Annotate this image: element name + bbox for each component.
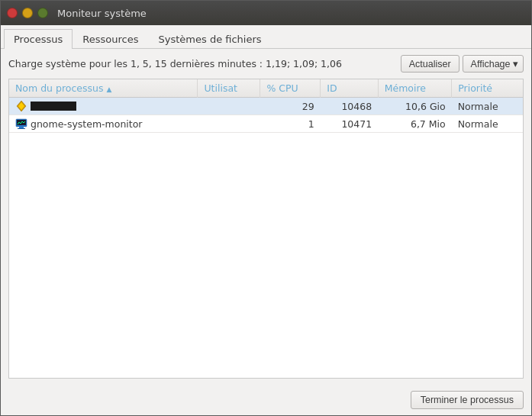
process-utilisat-2 [198, 115, 260, 133]
process-utilisat-1 [198, 98, 260, 115]
chevron-down-icon: ▾ [513, 59, 518, 69]
process-priority-2: Normale [452, 115, 523, 133]
minimize-button[interactable] [22, 8, 33, 18]
col-header-id[interactable]: ID [321, 79, 378, 98]
col-header-cpu[interactable]: % CPU [260, 79, 321, 98]
table-row[interactable]: gnome-system-monitor 1 10471 6,7 Mio Nor… [9, 115, 523, 133]
diamond-icon [15, 100, 27, 112]
main-content: Charge système pour les 1, 5, 15 dernièr… [1, 49, 531, 385]
process-memory-1: 10,6 Gio [378, 98, 452, 115]
main-window: Moniteur système Processus Ressources Sy… [0, 0, 532, 416]
col-header-memory[interactable]: Mémoire [378, 79, 452, 98]
tab-processus[interactable]: Processus [4, 29, 73, 49]
process-name-cell [9, 98, 198, 115]
process-name-cell-2: gnome-system-monitor [9, 115, 198, 133]
close-button[interactable] [7, 8, 18, 18]
refresh-button[interactable]: Actualiser [401, 55, 459, 73]
status-text: Charge système pour les 1, 5, 15 dernièr… [8, 58, 342, 69]
terminate-process-button[interactable]: Terminer le processus [411, 391, 524, 409]
col-header-utilisat[interactable]: Utilisat [198, 79, 260, 98]
tab-ressources[interactable]: Ressources [73, 29, 148, 49]
process-memory-2: 6,7 Mio [378, 115, 452, 133]
table-header-row: Nom du processus Utilisat % CPU ID Mémoi [9, 79, 523, 98]
process-priority-1: Normale [452, 98, 523, 115]
footer: Terminer le processus [1, 385, 531, 415]
window-title: Moniteur système [57, 8, 147, 19]
gnome-monitor-icon [15, 118, 27, 130]
maximize-button[interactable] [37, 8, 48, 18]
tabs-bar: Processus Ressources Systèmes de fichier… [1, 25, 531, 49]
process-cpu-1: 29 [260, 98, 321, 115]
process-table-container: Nom du processus Utilisat % CPU ID Mémoi [8, 79, 524, 379]
display-button[interactable]: Affichage ▾ [463, 55, 524, 73]
redacted-process-name [31, 102, 76, 111]
process-cpu-2: 1 [260, 115, 321, 133]
process-table: Nom du processus Utilisat % CPU ID Mémoi [9, 79, 523, 133]
process-name-2: gnome-system-monitor [31, 118, 143, 130]
svg-rect-4 [19, 127, 24, 128]
process-id-2: 10471 [321, 115, 378, 133]
tab-systemes[interactable]: Systèmes de fichiers [149, 29, 272, 49]
titlebar: Moniteur système [1, 1, 531, 25]
status-buttons: Actualiser Affichage ▾ [401, 55, 524, 73]
process-id-1: 10468 [321, 98, 378, 115]
svg-rect-5 [18, 128, 25, 129]
status-bar: Charge système pour les 1, 5, 15 dernièr… [8, 55, 524, 73]
col-header-name[interactable]: Nom du processus [9, 79, 198, 98]
col-header-priority[interactable]: Priorité [452, 79, 523, 98]
table-row[interactable]: 29 10468 10,6 Gio Normale [9, 98, 523, 115]
